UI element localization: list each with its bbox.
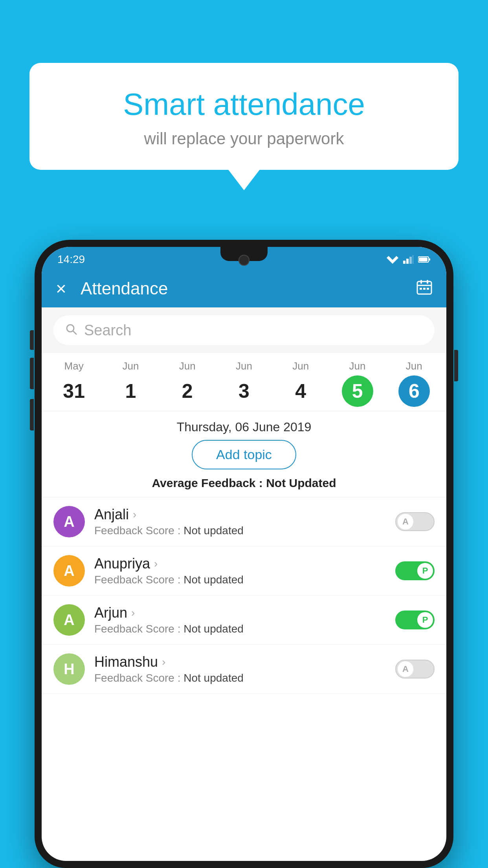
selected-date-label: Thursday, 06 June 2019 — [42, 411, 446, 440]
calendar-icon[interactable] — [416, 279, 432, 298]
date-day-4[interactable]: 4 — [285, 375, 316, 407]
power-button — [454, 350, 458, 381]
volume-up-button — [30, 358, 34, 389]
search-bar[interactable]: Search — [53, 315, 435, 345]
student-feedback-anupriya: Feedback Score : Not updated — [94, 574, 395, 586]
svg-rect-7 — [419, 257, 427, 261]
student-info-anjali: Anjali › Feedback Score : Not updated — [94, 506, 395, 537]
date-col-0[interactable]: May 31 — [46, 360, 102, 407]
student-row[interactable]: A Arjun › Feedback Score : Not updated P — [42, 596, 446, 645]
svg-rect-14 — [427, 288, 429, 290]
add-topic-button[interactable]: Add topic — [192, 440, 296, 469]
date-month-0: May — [64, 360, 84, 372]
app-tagline-subtitle: will replace your paperwork — [61, 129, 427, 148]
date-day-2[interactable]: 2 — [172, 375, 203, 407]
svg-rect-11 — [427, 280, 428, 284]
date-month-1: Jun — [122, 360, 139, 372]
svg-line-16 — [73, 331, 76, 334]
attendance-toggle-anjali[interactable]: A — [395, 512, 435, 531]
search-icon — [65, 323, 77, 338]
close-button[interactable]: × — [56, 278, 66, 299]
date-day-0[interactable]: 31 — [58, 375, 90, 407]
student-name-anjali: Anjali › — [94, 506, 395, 523]
calendar-dates-row: May 31 Jun 1 Jun 2 Jun 3 Jun 4 Jun 5 — [42, 353, 446, 411]
chevron-right-icon: › — [133, 508, 136, 521]
student-feedback-anjali: Feedback Score : Not updated — [94, 524, 395, 537]
date-day-5[interactable]: 5 — [342, 375, 373, 407]
svg-rect-1 — [403, 261, 405, 264]
average-feedback-label: Average Feedback : — [152, 476, 262, 489]
student-avatar-arjun: A — [53, 604, 85, 636]
student-row[interactable]: H Himanshu › Feedback Score : Not update… — [42, 645, 446, 694]
date-col-5[interactable]: Jun 5 — [329, 360, 385, 407]
student-row[interactable]: A Anjali › Feedback Score : Not updated … — [42, 497, 446, 546]
search-bar-container: Search — [42, 307, 446, 353]
date-col-2[interactable]: Jun 2 — [159, 360, 216, 407]
status-time: 14:29 — [57, 253, 85, 266]
wifi-icon — [387, 255, 398, 264]
app-bar: × Attendance — [42, 270, 446, 307]
date-day-6[interactable]: 6 — [398, 375, 430, 407]
attendance-toggle-anupriya[interactable]: P — [395, 561, 435, 580]
attendance-toggle-himanshu[interactable]: A — [395, 660, 435, 679]
student-info-arjun: Arjun › Feedback Score : Not updated — [94, 605, 395, 635]
student-feedback-himanshu: Feedback Score : Not updated — [94, 672, 395, 684]
student-list: A Anjali › Feedback Score : Not updated … — [42, 497, 446, 694]
chevron-right-icon: › — [131, 607, 135, 619]
svg-rect-13 — [423, 288, 426, 290]
average-feedback: Average Feedback : Not Updated — [42, 476, 446, 497]
date-month-6: Jun — [406, 360, 422, 372]
content-area: Thursday, 06 June 2019 Add topic Average… — [42, 411, 446, 694]
date-day-1[interactable]: 1 — [115, 375, 146, 407]
student-name-anupriya: Anupriya › — [94, 555, 395, 572]
student-name-arjun: Arjun › — [94, 605, 395, 621]
phone-screen: 14:29 × Attendan — [42, 247, 446, 861]
date-col-3[interactable]: Jun 3 — [216, 360, 272, 407]
status-icons — [387, 255, 431, 264]
student-name-himanshu: Himanshu › — [94, 654, 395, 670]
volume-silent-button — [30, 330, 34, 350]
chevron-right-icon: › — [162, 656, 165, 668]
chevron-right-icon: › — [154, 557, 158, 570]
date-month-5: Jun — [349, 360, 366, 372]
front-camera — [238, 255, 250, 266]
student-info-anupriya: Anupriya › Feedback Score : Not updated — [94, 555, 395, 586]
student-info-himanshu: Himanshu › Feedback Score : Not updated — [94, 654, 395, 684]
attendance-toggle-arjun[interactable]: P — [395, 611, 435, 629]
date-month-2: Jun — [179, 360, 196, 372]
student-row[interactable]: A Anupriya › Feedback Score : Not update… — [42, 546, 446, 596]
app-tagline-title: Smart attendance — [61, 86, 427, 122]
svg-rect-6 — [429, 258, 430, 261]
phone-device: 14:29 × Attendan — [35, 240, 453, 868]
svg-marker-0 — [387, 256, 398, 264]
svg-rect-4 — [413, 255, 413, 264]
date-col-4[interactable]: Jun 4 — [272, 360, 329, 407]
average-feedback-value: Not Updated — [266, 476, 336, 489]
svg-rect-10 — [420, 280, 422, 284]
student-avatar-anupriya: A — [53, 555, 85, 587]
student-avatar-himanshu: H — [53, 653, 85, 685]
battery-icon — [418, 256, 431, 263]
signal-icon — [403, 255, 413, 264]
date-col-1[interactable]: Jun 1 — [102, 360, 159, 407]
svg-rect-2 — [406, 259, 409, 264]
search-input[interactable]: Search — [84, 322, 131, 339]
date-month-3: Jun — [236, 360, 252, 372]
date-day-3[interactable]: 3 — [228, 375, 260, 407]
date-col-6[interactable]: Jun 6 — [386, 360, 442, 407]
svg-rect-3 — [409, 257, 412, 264]
svg-rect-12 — [420, 288, 422, 290]
volume-down-button — [30, 399, 34, 430]
student-feedback-arjun: Feedback Score : Not updated — [94, 623, 395, 635]
date-month-4: Jun — [292, 360, 309, 372]
speech-bubble: Smart attendance will replace your paper… — [29, 63, 459, 170]
app-bar-title: Attendance — [81, 279, 416, 298]
student-avatar-anjali: A — [53, 506, 85, 537]
